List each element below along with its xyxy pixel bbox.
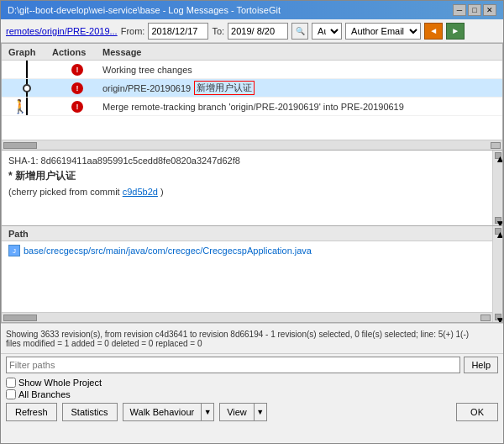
cherry-label: (cherry picked from commit	[8, 187, 120, 197]
new-tag: 新增用户认证	[194, 81, 255, 95]
path-text: base/crecgecsp/src/main/java/com/crecgec…	[24, 246, 312, 256]
walk-behaviour-button[interactable]: Walk Behaviour	[123, 403, 202, 421]
status-text-1: Showing 3633 revision(s), from revision …	[6, 330, 498, 339]
author-email-select[interactable]: Author Email	[345, 23, 421, 40]
action-cell: !	[52, 64, 102, 76]
action-warning-icon: !	[71, 82, 83, 94]
walk-behaviour-dropdown[interactable]: ▼	[201, 403, 214, 421]
statistics-button[interactable]: Statistics	[62, 403, 118, 421]
view-button[interactable]: View	[219, 403, 254, 421]
path-scrollbar-x[interactable]	[2, 312, 492, 322]
path-scrollbar-y[interactable]: ▲ ▼	[492, 226, 502, 322]
maximize-button[interactable]: □	[468, 4, 481, 16]
close-button[interactable]: ✕	[483, 4, 496, 16]
scroll-down-btn[interactable]: ▼	[495, 217, 501, 224]
path-item[interactable]: J base/crecgecsp/src/main/java/com/crecg…	[8, 245, 486, 256]
toolbar: remotes/origin/PRE-2019... From: To: 🔍 A…	[1, 19, 503, 43]
to-date-input[interactable]	[228, 23, 288, 40]
filter-paths-input[interactable]	[6, 357, 460, 373]
log-rows: ! Working tree changes ! origin/	[2, 61, 502, 140]
search-icon[interactable]: 🔍	[291, 23, 308, 40]
status-text-2: files modified = 1 added = 0 deleted = 0…	[6, 339, 202, 348]
remote-label: remotes/origin/PRE-2019...	[6, 26, 118, 36]
log-scrollbar-x[interactable]	[2, 140, 502, 150]
action-cell: !	[52, 101, 102, 113]
from-label: From:	[121, 26, 145, 36]
sha-value: 8d6619411aa895991c5cedd8fe0820a3247d62f8	[41, 156, 240, 166]
all-branches-row: All Branches	[6, 389, 498, 399]
message-highlighted: origin/PRE-20190619 新增用户认证	[102, 81, 255, 95]
actions-header: Actions	[52, 47, 102, 57]
detail-content: SHA-1: 8d6619411aa895991c5cedd8fe0820a32…	[2, 151, 492, 225]
graph-cell	[2, 79, 52, 97]
status-bar: Showing 3633 revision(s), from revision …	[1, 323, 503, 353]
path-header: Path	[2, 226, 492, 241]
log-table-header: Graph Actions Message	[2, 44, 502, 61]
sha-line: SHA-1: 8d6619411aa895991c5cedd8fe0820a32…	[8, 156, 486, 166]
commit-title: * 新增用户认证	[8, 169, 486, 183]
show-whole-label: Show Whole Project	[18, 378, 102, 388]
person-icon: 🚶	[12, 98, 29, 114]
cherry-line: (cherry picked from commit c9d5b2d )	[8, 187, 486, 197]
checkbox-area: Show Whole Project All Branches	[1, 375, 503, 399]
message-cell: origin/PRE-20190619 新增用户认证	[102, 81, 502, 95]
scrollbar-thumb[interactable]	[3, 142, 37, 149]
ok-button[interactable]: OK	[456, 403, 498, 421]
file-icon: J	[8, 245, 20, 256]
graph-cell	[2, 61, 52, 78]
auth-select[interactable]: Auth	[312, 23, 342, 40]
message-cell: Working tree changes	[102, 65, 502, 75]
path-content: J base/crecgecsp/src/main/java/com/crecg…	[2, 241, 492, 312]
walk-behaviour-split: Walk Behaviour ▼	[123, 403, 215, 421]
all-branches-label: All Branches	[18, 389, 71, 399]
refresh-button[interactable]: Refresh	[6, 403, 57, 421]
scroll-right-btn[interactable]	[491, 142, 501, 149]
message-header: Message	[102, 47, 492, 57]
title-bar: D:\git--boot-develop\wei-service\base - …	[1, 1, 503, 19]
path-scroll-up[interactable]: ▲	[495, 228, 501, 235]
graph-header: Graph	[2, 47, 52, 57]
cherry-link[interactable]: c9d5b2d	[123, 187, 158, 197]
sha-label: SHA-1:	[8, 156, 38, 166]
action-buttons: Refresh Statistics Walk Behaviour ▼ View…	[1, 399, 503, 425]
action-warning-icon: !	[71, 101, 83, 113]
path-scroll-thumb[interactable]	[3, 314, 37, 321]
graph-cell: 🚶	[2, 98, 52, 115]
action-cell: !	[52, 82, 102, 94]
message-cell: Merge remote-tracking branch 'origin/PRE…	[102, 102, 502, 112]
detail-scrollbar[interactable]: ▲ ▼	[492, 151, 502, 225]
main-window: D:\git--boot-develop\wei-service\base - …	[0, 0, 504, 444]
action-warning-icon: !	[71, 64, 83, 76]
view-dropdown[interactable]: ▼	[254, 403, 267, 421]
scroll-up-btn[interactable]: ▲	[495, 152, 501, 159]
minimize-button[interactable]: ─	[453, 4, 466, 16]
path-scroll-down[interactable]: ▼	[495, 314, 501, 320]
table-row[interactable]: ! origin/PRE-20190619 新增用户认证	[2, 79, 502, 98]
filter-toolbar: Help	[1, 353, 503, 375]
window-title: D:\git--boot-develop\wei-service\base - …	[8, 5, 281, 15]
next-button[interactable]: ►	[446, 23, 465, 40]
path-scroll-right-btn[interactable]	[480, 314, 491, 321]
window-controls: ─ □ ✕	[453, 4, 496, 16]
to-label: To:	[212, 26, 224, 36]
table-row[interactable]: 🚶 ! Merge remote-tracking branch 'origin…	[2, 98, 502, 116]
path-section: Path J base/crecgecsp/src/main/java/com/…	[1, 226, 503, 323]
cherry-close: )	[160, 187, 164, 197]
detail-section: SHA-1: 8d6619411aa895991c5cedd8fe0820a32…	[1, 151, 503, 226]
all-branches-checkbox[interactable]	[6, 389, 16, 399]
table-row[interactable]: ! Working tree changes	[2, 61, 502, 79]
origin-tag: origin/PRE-20190619	[102, 83, 191, 93]
log-section: Graph Actions Message ! Working tree cha…	[1, 43, 503, 151]
show-whole-row: Show Whole Project	[6, 378, 498, 388]
view-split: View ▼	[219, 403, 267, 421]
from-date-input[interactable]	[148, 23, 208, 40]
prev-button[interactable]: ◄	[424, 23, 443, 40]
help-button[interactable]: Help	[464, 357, 498, 373]
show-whole-checkbox[interactable]	[6, 378, 16, 388]
